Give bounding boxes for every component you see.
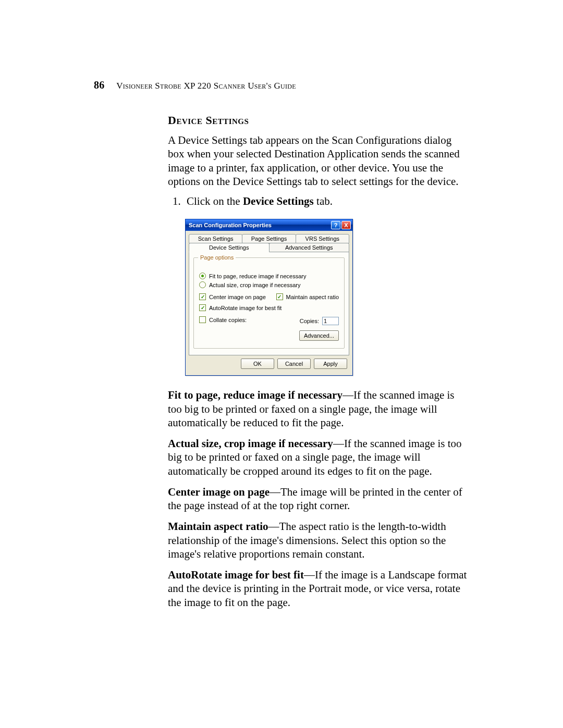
checkbox-label: Maintain aspect ratio	[286, 294, 339, 300]
radio-actual-size[interactable]: Actual size, crop image if necessary	[199, 281, 339, 288]
embedded-screenshot: Scan Configuration Properties ? X Scan S…	[185, 219, 469, 376]
radio-icon	[199, 281, 206, 288]
desc-term: Actual size, crop image if necessary	[168, 437, 333, 450]
tab-vrs-settings[interactable]: VRS Settings	[296, 234, 349, 243]
cancel-button[interactable]: Cancel	[277, 359, 311, 369]
checkbox-label: Collate copies:	[209, 317, 247, 323]
tab-scan-settings[interactable]: Scan Settings	[189, 234, 242, 243]
numbered-steps: Click on the Device Settings tab.	[168, 194, 469, 208]
radio-label: Fit to page, reduce image if necessary	[209, 273, 306, 279]
page-options-group: Page options Fit to page, reduce image i…	[193, 257, 345, 349]
radio-fit-to-page[interactable]: Fit to page, reduce image if necessary	[199, 273, 339, 279]
running-header: 86 Visioneer Strobe XP 220 Scanner User'…	[94, 79, 469, 91]
dialog-window: Scan Configuration Properties ? X Scan S…	[185, 219, 353, 376]
tab-advanced-settings[interactable]: Advanced Settings	[269, 243, 350, 252]
copies-field-row: Copies:	[300, 317, 339, 325]
checkbox-label: Center image on page	[209, 294, 266, 300]
checkbox-icon	[199, 316, 206, 323]
copies-label: Copies:	[300, 318, 319, 324]
step-text-suffix: tab.	[314, 195, 333, 207]
apply-button[interactable]: Apply	[314, 359, 347, 369]
section-heading: Device Settings	[168, 114, 469, 127]
dialog-title: Scan Configuration Properties	[189, 222, 272, 228]
desc-term: Center image on page	[168, 486, 270, 498]
checkbox-collate-copies[interactable]: Collate copies:	[199, 316, 247, 323]
desc-term: AutoRotate image for best fit	[168, 569, 304, 581]
desc-rotate: AutoRotate image for best fit—If the ima…	[168, 568, 469, 609]
document-page: 86 Visioneer Strobe XP 220 Scanner User'…	[0, 0, 563, 728]
desc-center: Center image on page—The image will be p…	[168, 485, 469, 513]
tab-panel: Page options Fit to page, reduce image i…	[189, 252, 349, 355]
advanced-button[interactable]: Advanced...	[299, 330, 339, 341]
tab-row-back: Scan Settings Page Settings VRS Settings	[189, 234, 349, 243]
step-text-bold: Device Settings	[243, 195, 314, 207]
running-title: Visioneer Strobe XP 220 Scanner User's G…	[116, 81, 296, 91]
page-number: 86	[94, 79, 105, 91]
checkbox-icon	[276, 293, 283, 300]
help-icon[interactable]: ?	[331, 221, 340, 229]
option-descriptions: Fit to page, reduce image if necessary—I…	[168, 388, 469, 609]
step-text-prefix: Click on the	[187, 195, 243, 207]
close-icon[interactable]: X	[341, 221, 351, 229]
desc-aspect: Maintain aspect ratio—The aspect ratio i…	[168, 520, 469, 561]
checkbox-maintain-aspect[interactable]: Maintain aspect ratio	[276, 293, 339, 300]
tab-page-settings[interactable]: Page Settings	[242, 234, 296, 243]
tab-device-settings[interactable]: Device Settings	[189, 243, 270, 252]
radio-label: Actual size, crop image if necessary	[209, 282, 300, 288]
checkbox-icon	[199, 293, 206, 300]
desc-actual: Actual size, crop image if necessary—If …	[168, 437, 469, 478]
groupbox-legend: Page options	[198, 254, 236, 261]
intro-paragraph: A Device Settings tab appears on the Sca…	[168, 133, 469, 188]
checkbox-icon	[199, 304, 206, 311]
tab-row-front: Device Settings Advanced Settings	[189, 243, 349, 252]
desc-fit: Fit to page, reduce image if necessary—I…	[168, 388, 469, 429]
desc-term: Maintain aspect ratio	[168, 520, 268, 533]
copies-input[interactable]	[322, 317, 339, 325]
desc-term: Fit to page, reduce image if necessary	[168, 389, 342, 401]
dialog-titlebar[interactable]: Scan Configuration Properties ? X	[186, 219, 352, 231]
radio-icon	[199, 273, 206, 279]
ok-button[interactable]: OK	[241, 359, 274, 369]
checkbox-label: AutoRotate image for best fit	[209, 305, 282, 311]
section-intro: A Device Settings tab appears on the Sca…	[168, 133, 469, 188]
step-item: Click on the Device Settings tab.	[183, 194, 469, 208]
checkbox-center-image[interactable]: Center image on page	[199, 293, 266, 300]
dialog-client-area: Scan Settings Page Settings VRS Settings…	[186, 231, 352, 375]
checkbox-autorotate[interactable]: AutoRotate image for best fit	[199, 304, 339, 311]
dialog-button-row: OK Cancel Apply	[189, 355, 349, 371]
